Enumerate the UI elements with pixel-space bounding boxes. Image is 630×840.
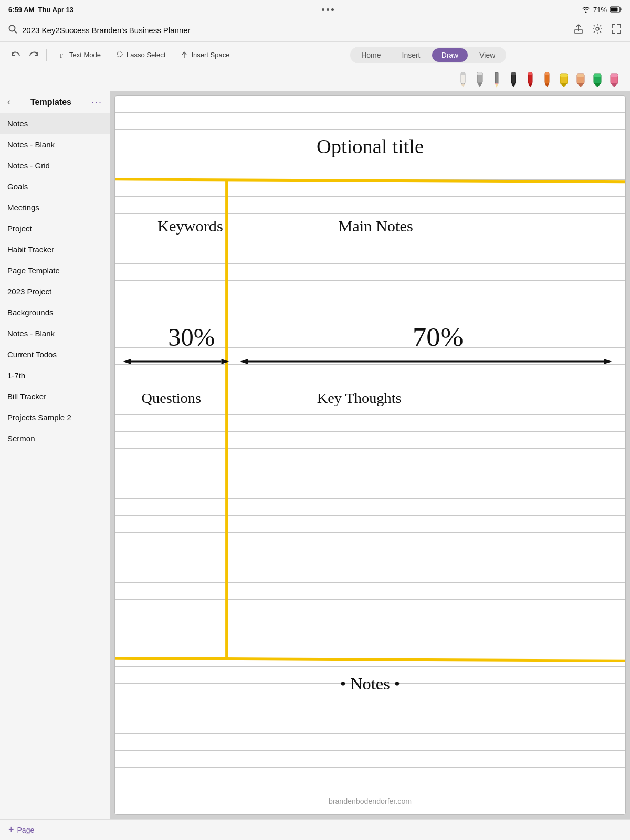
svg-rect-1 (621, 8, 622, 10)
bottom-bar: + Page (0, 819, 630, 840)
insert-space-label: Insert Space (191, 51, 229, 59)
svg-rect-34 (577, 74, 584, 77)
sidebar-item-notes-grid[interactable]: Notes - Grid (0, 155, 110, 176)
add-page-label: Page (17, 826, 35, 834)
svg-marker-15 (477, 83, 482, 87)
svg-marker-33 (577, 83, 584, 87)
status-right: 71% (582, 6, 622, 14)
share-icon[interactable] (573, 24, 584, 37)
text-mode-icon: T (58, 51, 67, 59)
pen-white[interactable] (456, 71, 470, 88)
sidebar-item-project[interactable]: Project (0, 218, 110, 239)
toolbar-left: T Home Text Mode Lasso Select Insert Spa… (8, 48, 235, 62)
add-page-plus-icon: + (8, 824, 14, 835)
sidebar-item-2023-project[interactable]: 2023 Project (0, 281, 110, 302)
lasso-icon (116, 51, 124, 59)
svg-rect-22 (511, 72, 516, 75)
nav-divider (46, 49, 47, 61)
pen-orange[interactable] (540, 71, 554, 88)
svg-marker-18 (495, 84, 498, 88)
svg-marker-30 (560, 83, 568, 87)
sidebar-item-sermon[interactable]: Sermon (0, 428, 110, 449)
svg-line-4 (14, 30, 17, 33)
status-center-dots (322, 8, 334, 11)
sidebar-item-current-todos[interactable]: Current Todos (0, 344, 110, 365)
expand-icon[interactable] (611, 24, 622, 37)
lined-background (115, 96, 625, 814)
svg-rect-40 (611, 74, 618, 77)
tab-insert[interactable]: Insert (393, 48, 430, 62)
tab-group: Home Insert Draw View (350, 47, 506, 63)
svg-rect-25 (528, 72, 532, 75)
sidebar-item-backgrounds[interactable]: Backgrounds (0, 302, 110, 323)
add-page-button[interactable]: + Page (8, 824, 34, 835)
sidebar-item-notes-blank[interactable]: Notes - Blank (0, 134, 110, 155)
sidebar-item-bill-tracker[interactable]: Bill Tracker (0, 386, 110, 407)
sidebar-item-meetings[interactable]: Meetings (0, 197, 110, 218)
sidebar-item-page-template[interactable]: Page Template (0, 260, 110, 281)
notebook-page: Optional title Keywords Main Notes 30% 7… (114, 95, 626, 815)
status-time-date: 6:59 AM Thu Apr 13 (8, 6, 74, 14)
text-mode-button[interactable]: T Home Text Mode (53, 49, 106, 61)
sidebar-item-notes[interactable]: Notes (0, 113, 110, 134)
sidebar-list: Notes Notes - Blank Notes - Grid Goals M… (0, 113, 110, 819)
tab-view[interactable]: View (470, 48, 505, 62)
sidebar: ‹ Templates ··· Notes Notes - Blank Note… (0, 91, 110, 819)
pen-gray[interactable] (472, 71, 487, 88)
text-mode-label: Text Mode (69, 51, 101, 59)
sidebar-item-projects-sample-2[interactable]: Projects Sample 2 (0, 407, 110, 428)
tab-draw[interactable]: Draw (432, 48, 468, 62)
svg-point-6 (596, 27, 599, 30)
lasso-select-button[interactable]: Lasso Select (110, 49, 171, 61)
svg-marker-24 (528, 84, 532, 87)
svg-rect-17 (495, 72, 498, 84)
toolbar-nav (8, 48, 49, 62)
svg-marker-36 (594, 83, 601, 87)
search-icon[interactable] (8, 25, 18, 36)
pen-red[interactable] (523, 71, 538, 88)
svg-rect-2 (611, 8, 618, 12)
svg-point-3 (9, 25, 15, 31)
pen-peach[interactable] (573, 71, 588, 88)
pen-green[interactable] (590, 71, 605, 88)
lasso-select-label: Lasso Select (127, 51, 165, 59)
sidebar-back-button[interactable]: ‹ (7, 97, 10, 108)
svg-rect-37 (594, 74, 601, 77)
sidebar-title: Templates (30, 98, 71, 107)
svg-marker-27 (545, 84, 549, 87)
svg-text:T: T (59, 51, 63, 59)
svg-rect-28 (545, 72, 549, 75)
insert-space-button[interactable]: Insert Space (175, 49, 235, 61)
toolbar: T Home Text Mode Lasso Select Insert Spa… (0, 42, 630, 68)
pen-pencil[interactable] (489, 71, 504, 88)
svg-rect-16 (477, 72, 482, 75)
svg-marker-12 (461, 84, 465, 87)
sidebar-item-notes-blank-2[interactable]: Notes - Blank (0, 323, 110, 344)
sidebar-item-1-7th[interactable]: 1-7th (0, 365, 110, 386)
pen-yellow[interactable] (556, 71, 571, 88)
sidebar-more-button[interactable]: ··· (91, 97, 102, 108)
svg-marker-39 (611, 83, 618, 87)
sidebar-header: ‹ Templates ··· (0, 91, 110, 113)
drawing-tools-bar (0, 68, 630, 91)
undo-button[interactable] (8, 48, 23, 62)
sidebar-item-habit-tracker[interactable]: Habit Tracker (0, 239, 110, 260)
title-icons (573, 24, 622, 37)
svg-rect-19 (495, 83, 498, 84)
page-area: Optional title Keywords Main Notes 30% 7… (110, 91, 630, 819)
settings-icon[interactable] (592, 24, 603, 37)
status-bar: 6:59 AM Thu Apr 13 71% (0, 0, 630, 19)
wifi-icon (582, 6, 590, 13)
svg-rect-13 (461, 72, 465, 75)
main-content: ‹ Templates ··· Notes Notes - Blank Note… (0, 91, 630, 819)
insert-space-icon (180, 51, 188, 59)
pen-pink[interactable] (607, 71, 622, 88)
redo-button[interactable] (26, 48, 41, 62)
battery-icon (610, 6, 622, 13)
sidebar-item-goals[interactable]: Goals (0, 176, 110, 197)
pen-black[interactable] (506, 71, 521, 88)
svg-rect-31 (560, 74, 568, 77)
tab-home[interactable]: Home (352, 48, 390, 62)
svg-marker-21 (511, 84, 516, 87)
title-bar: 2023 Key2Success Branden's Business Plan… (0, 19, 630, 42)
